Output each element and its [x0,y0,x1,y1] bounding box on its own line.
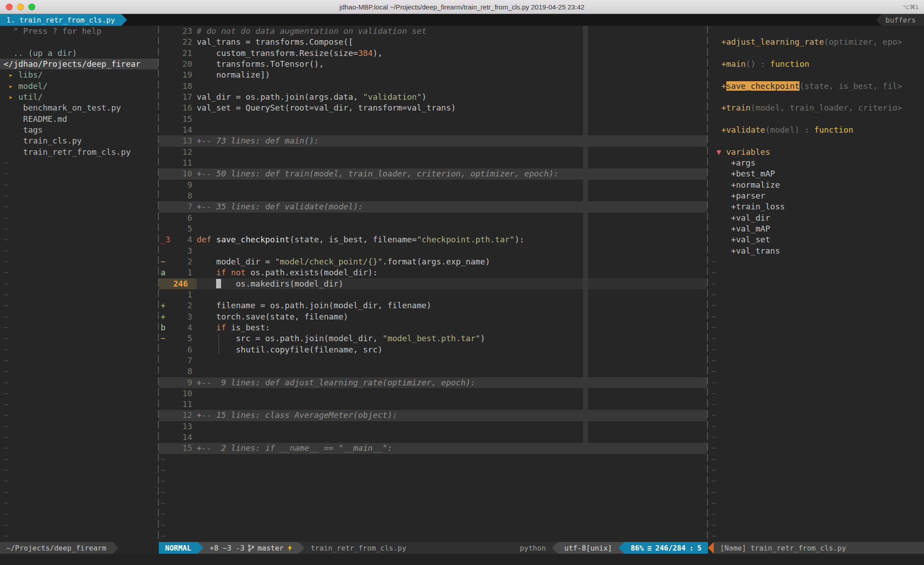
line-text: │ shutil.copyfile(filename, src) [197,344,383,355]
code-line[interactable]: 14 [159,125,707,135]
buffers-label[interactable]: buffers [882,14,924,26]
code-line[interactable]: 6 │ shutil.copyfile(filename, src) [159,344,707,355]
code-editor[interactable]: 23# do not do data augmentation on valid… [159,26,707,542]
tag-item[interactable]: +args [708,157,924,168]
code-line[interactable]: 8 [159,366,707,377]
code-line[interactable]: 6 [159,213,707,223]
fold-line[interactable]: 7+-- 35 lines: def validate(model): [159,201,707,212]
line-text: torch.save(state, filename) [197,311,348,322]
line-number: 3 [171,245,197,256]
tag-item[interactable]: +val_trans [708,245,924,256]
code-line[interactable]: +2 filename = os.path.join(model_dir, fi… [159,300,707,311]
fold-line[interactable]: 10+-- 50 lines: def train(model, train_l… [159,168,707,179]
git-branch-icon [248,544,254,552]
code-line[interactable]: 3 [159,245,707,256]
tag-item[interactable]: +parser [708,190,924,201]
vim-commandline[interactable] [0,554,924,565]
token-kind: function [814,125,854,134]
tree-item[interactable]: tags [0,125,158,135]
code-line[interactable]: _34def save_checkpoint(state, is_best, f… [159,234,707,245]
token-dir: util/ [18,92,43,102]
code-line[interactable]: 13 [159,421,707,432]
code-line[interactable]: 23# do not do data augmentation on valid… [159,26,707,37]
tag-item[interactable]: +train(model, train_loader, criterio> [708,102,924,113]
empty-line-marker: ~ [0,245,158,256]
code-line[interactable]: 17val_dir = os.path.join(args.data, "val… [159,92,707,102]
code-line[interactable]: 12 [159,147,707,157]
tag-item[interactable]: +val_set [708,234,924,245]
tree-item[interactable]: train_cls.py [0,135,158,146]
fold-line[interactable]: 13+-- 73 lines: def main(): [159,135,707,146]
tree-item[interactable]: benchmark_on_test.py [0,102,158,113]
line-text: +-- 50 lines: def train(model, train_loa… [197,168,559,179]
line-text: +-- 2 lines: if __name__ == "__main__": [197,443,392,454]
powerline-separator-icon [876,14,882,26]
code-line[interactable]: 14 [159,432,707,443]
line-text: +-- 15 lines: class AverageMeter(object)… [197,410,397,421]
line-number: 9 [171,377,197,388]
code-line[interactable]: 16val_set = QuerySet(root=val_dir, trans… [159,102,707,113]
code-line[interactable]: 18 [159,81,707,92]
code-line[interactable]: 22val_trans = transforms.Compose([ [159,37,707,47]
close-window-button[interactable] [6,4,13,10]
token-file: tags [4,125,43,134]
tree-item[interactable]: </jdhao/Projects/deep_firear [0,59,158,69]
code-line[interactable]: a1 if not os.path.exists(model_dir): [159,267,707,278]
code-line[interactable]: ~5 │ src = os.path.join(model_dir, "mode… [159,333,707,344]
code-line[interactable]: b4 if is_best: [159,322,707,333]
tree-item[interactable]: train_retr_from_cls.py [0,147,158,157]
token-var: +train_loss [711,202,785,211]
tree-item[interactable]: .. (up a dir) [0,48,158,59]
empty-line-marker: ~ [708,322,924,333]
token-var: +args [711,158,756,167]
empty-line-marker: ~ [708,509,924,519]
fold-line[interactable]: 9+-- 9 lines: def adjust_learning_rate(o… [159,377,707,388]
empty-line-marker: ~ [708,267,924,278]
code-line[interactable]: 11 [159,157,707,168]
code-line[interactable]: 8 [159,190,707,201]
cursor-line[interactable]: 246 os.makedirs(model_dir) [159,278,707,289]
tag-item[interactable]: +main() : function [708,59,924,69]
tree-item[interactable]: ▸ util/ [0,92,158,102]
tag-item[interactable]: +normalize [708,180,924,190]
tab-train-retr-from-cls[interactable]: 1. train_retr_from_cls.py [0,14,121,26]
code-line[interactable]: 19 normalize]) [159,69,707,80]
tag-item[interactable]: +save_checkpoint(state, is_best, fil> [708,81,924,92]
minimize-window-button[interactable] [17,4,24,10]
tree-item[interactable]: README.md [0,114,158,125]
gutter-sign [159,278,171,289]
tag-item[interactable]: +adjust_learning_rate(optimizer, epo> [708,37,924,47]
code-line[interactable]: 7 [159,355,707,366]
code-line[interactable]: 20 transforms.ToTensor(), [159,59,707,69]
tree-item[interactable]: ▸ model/ [0,81,158,92]
tree-item[interactable]: " Press ? for help [0,26,158,37]
code-line[interactable]: 5 [159,223,707,234]
code-line[interactable]: 9 [159,180,707,190]
tag-item[interactable]: +val_mAP [708,223,924,234]
code-line[interactable]: ~2 model_dir = "model/check_point/{}".fo… [159,256,707,267]
tree-item[interactable]: ▸ libs/ [0,69,158,80]
code-line[interactable]: 15 [159,114,707,125]
tag-item[interactable]: +train_loss [708,201,924,212]
code-line[interactable]: 11 [159,399,707,410]
zoom-window-button[interactable] [28,4,35,10]
tag-item[interactable]: +best_mAP [708,168,924,179]
statusline-filename: train_retr_from_cls.py [305,542,413,554]
line-number: 15 [171,114,197,125]
token-kicon: ▼ [711,147,726,157]
powerline-separator-icon [708,542,714,554]
line-number: 9 [171,180,197,190]
tag-item[interactable]: +val_dir [708,213,924,223]
line-number: 8 [171,190,197,201]
fold-line[interactable]: 15+-- 2 lines: if __name__ == "__main__"… [159,443,707,454]
titlebar: jdhao-MBP.local ~/Projects/deep_firearm/… [0,0,924,14]
fold-line[interactable]: 12+-- 15 lines: class AverageMeter(objec… [159,410,707,421]
code-line[interactable]: 21 custom_transform.Resize(size=384), [159,48,707,59]
code-line[interactable]: 1 [159,289,707,300]
tag-item[interactable]: +validate(model) : function [708,125,924,135]
code-line[interactable]: 10 [159,388,707,399]
gutter-sign: b [159,322,171,333]
tag-item[interactable]: ▼ variables [708,147,924,157]
token-def: .format(args.exp_name) [383,257,490,266]
code-line[interactable]: +3 torch.save(state, filename) [159,311,707,322]
